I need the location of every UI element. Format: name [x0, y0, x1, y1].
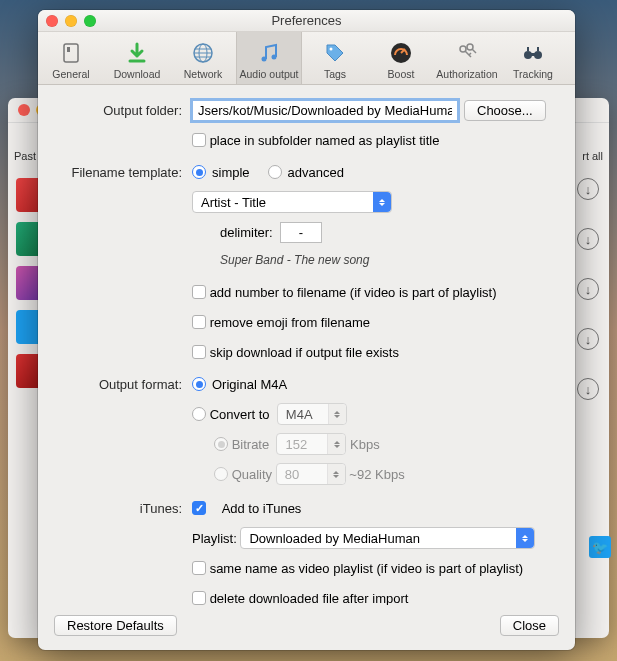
svg-point-11: [534, 51, 542, 59]
quality-select[interactable]: 80: [276, 463, 346, 485]
svg-point-5: [272, 55, 277, 60]
tab-general[interactable]: General: [38, 32, 104, 84]
original-format-radio[interactable]: [192, 377, 206, 391]
itunes-label: iTunes:: [38, 501, 192, 516]
quality-radio[interactable]: [214, 467, 228, 481]
delimiter-field[interactable]: [280, 222, 322, 243]
output-folder-field[interactable]: [192, 100, 458, 121]
convert-format-select[interactable]: M4A: [277, 403, 347, 425]
preferences-toolbar: General Download Network Audio output Ta…: [38, 32, 575, 85]
bg-startall-label: rt all: [582, 150, 603, 162]
skip-existing-checkbox[interactable]: [192, 345, 206, 359]
tab-audio-output[interactable]: Audio output: [236, 32, 302, 84]
subfolder-label: place in subfolder named as playlist tit…: [210, 133, 440, 148]
playlist-select[interactable]: Downloaded by MediaHuman: [240, 527, 535, 549]
svg-rect-1: [67, 47, 70, 52]
same-playlist-name-checkbox[interactable]: [192, 561, 206, 575]
bitrate-radio[interactable]: [214, 437, 228, 451]
chevron-updown-icon: [373, 192, 391, 212]
advanced-radio[interactable]: [268, 165, 282, 179]
binoculars-icon: [500, 38, 566, 68]
svg-point-6: [330, 48, 333, 51]
convert-to-radio[interactable]: [192, 407, 206, 421]
download-icon: ↓: [577, 228, 599, 250]
tab-authorization[interactable]: Authorization: [434, 32, 500, 84]
twitter-icon: 🐦: [589, 536, 611, 558]
add-to-itunes-checkbox[interactable]: [192, 501, 206, 515]
playlist-label: Playlist:: [192, 531, 237, 546]
svg-point-10: [524, 51, 532, 59]
tag-icon: [302, 38, 368, 68]
tab-tags[interactable]: Tags: [302, 32, 368, 84]
delimiter-label: delimiter:: [220, 225, 273, 240]
add-number-checkbox[interactable]: [192, 285, 206, 299]
tab-boost[interactable]: Boost: [368, 32, 434, 84]
download-icon: ↓: [577, 378, 599, 400]
chevron-updown-icon: [328, 404, 346, 424]
filename-example: Super Band - The new song: [220, 253, 369, 267]
music-note-icon: [236, 38, 302, 68]
switch-icon: [38, 38, 104, 68]
tab-download[interactable]: Download: [104, 32, 170, 84]
chevron-down-icon: [327, 464, 345, 484]
download-arrow-icon: [104, 38, 170, 68]
speedometer-icon: [368, 38, 434, 68]
subfolder-checkbox[interactable]: [192, 133, 206, 147]
keys-icon: [434, 38, 500, 68]
filename-template-label: Filename template:: [38, 165, 192, 180]
choose-folder-button[interactable]: Choose...: [464, 100, 546, 121]
filename-pattern-select[interactable]: Artist - Title: [192, 191, 392, 213]
svg-point-4: [262, 57, 267, 62]
bg-paste-label: Past: [14, 150, 36, 162]
close-button[interactable]: Close: [500, 615, 559, 636]
svg-rect-12: [531, 53, 535, 56]
output-folder-label: Output folder:: [38, 103, 192, 118]
chevron-down-icon: [327, 434, 345, 454]
delete-after-import-checkbox[interactable]: [192, 591, 206, 605]
bg-close-icon: [18, 104, 30, 116]
bitrate-select[interactable]: 152: [276, 433, 346, 455]
remove-emoji-checkbox[interactable]: [192, 315, 206, 329]
download-icon: ↓: [577, 178, 599, 200]
titlebar[interactable]: Preferences: [38, 10, 575, 32]
output-format-label: Output format:: [38, 377, 192, 392]
svg-rect-0: [64, 44, 78, 62]
restore-defaults-button[interactable]: Restore Defaults: [54, 615, 177, 636]
download-icon: ↓: [577, 328, 599, 350]
simple-radio[interactable]: [192, 165, 206, 179]
chevron-updown-icon: [516, 528, 534, 548]
window-title: Preferences: [38, 13, 575, 28]
footer: Restore Defaults Close: [38, 605, 575, 650]
download-icon: ↓: [577, 278, 599, 300]
globe-icon: [170, 38, 236, 68]
preferences-window: Preferences General Download Network Aud…: [38, 10, 575, 650]
content-area: Output folder: Choose... place in subfol…: [38, 85, 575, 605]
tab-tracking[interactable]: Tracking: [500, 32, 566, 84]
tab-network[interactable]: Network: [170, 32, 236, 84]
